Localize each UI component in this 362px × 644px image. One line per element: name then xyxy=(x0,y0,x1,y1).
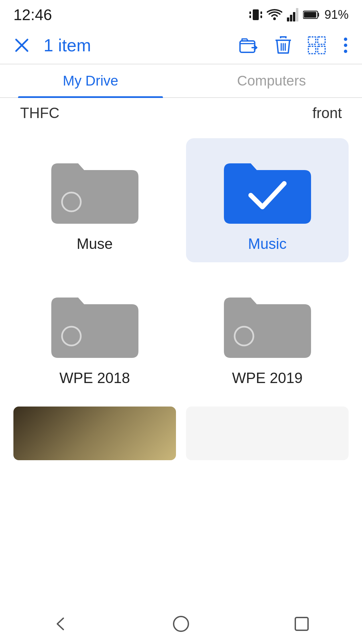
svg-rect-19 xyxy=(308,37,316,44)
svg-rect-7 xyxy=(290,15,292,21)
wifi-icon xyxy=(267,9,282,21)
svg-rect-9 xyxy=(296,8,298,21)
tab-my-drive[interactable]: My Drive xyxy=(0,64,181,97)
battery-level: 91% xyxy=(324,8,349,22)
signal-icon xyxy=(287,8,298,21)
folder-item-wpe2019[interactable]: WPE 2019 xyxy=(186,272,349,396)
folder-wpe2019-label: WPE 2019 xyxy=(232,370,302,386)
folder-muse-label: Muse xyxy=(77,235,113,252)
folder-item-music[interactable]: Music xyxy=(186,138,349,262)
tab-computers[interactable]: Computers xyxy=(181,64,362,97)
svg-point-23 xyxy=(344,38,347,41)
svg-point-25 xyxy=(344,50,347,53)
folder-muse-icon-wrap xyxy=(41,148,148,229)
folder-wpe2018-label: WPE 2018 xyxy=(59,370,130,386)
folder-grid: Muse Music WPE 2018 WPE xyxy=(0,128,362,407)
svg-rect-30 xyxy=(295,618,308,630)
svg-rect-4 xyxy=(260,15,262,18)
nav-back-button[interactable] xyxy=(40,610,80,637)
folder-wpe2019-icon xyxy=(217,284,318,361)
folder-wpe2018-icon-wrap xyxy=(41,282,148,363)
svg-rect-8 xyxy=(293,12,295,21)
move-button[interactable] xyxy=(239,37,259,54)
action-bar: 1 item xyxy=(0,27,362,64)
svg-point-24 xyxy=(344,44,347,47)
nav-bar xyxy=(0,604,362,644)
svg-point-5 xyxy=(273,17,276,20)
svg-rect-20 xyxy=(318,37,325,44)
svg-rect-11 xyxy=(304,12,316,18)
status-time: 12:46 xyxy=(13,6,52,24)
thumbnail-item-2[interactable] xyxy=(186,407,349,460)
svg-rect-6 xyxy=(287,17,289,21)
folder-wpe2019-icon-wrap xyxy=(214,282,321,363)
svg-rect-1 xyxy=(249,11,251,14)
svg-rect-0 xyxy=(253,9,259,20)
select-all-button[interactable] xyxy=(308,36,326,54)
action-icons-right xyxy=(239,36,349,54)
svg-rect-14 xyxy=(240,41,255,52)
partial-right-label: front xyxy=(181,105,342,121)
item-count-label: 1 item xyxy=(44,35,226,55)
folder-music-icon-wrap xyxy=(214,148,321,229)
folder-item-muse[interactable]: Muse xyxy=(13,138,176,262)
svg-rect-3 xyxy=(249,15,251,18)
status-icons: 91% xyxy=(249,7,349,22)
nav-recents-button[interactable] xyxy=(282,610,322,637)
more-options-button[interactable] xyxy=(343,36,349,54)
folder-wpe2018-icon xyxy=(45,284,145,361)
folder-music-icon xyxy=(217,150,318,227)
svg-point-29 xyxy=(174,616,188,631)
svg-rect-21 xyxy=(308,46,316,54)
status-bar: 12:46 91% xyxy=(0,0,362,27)
folder-muse-icon xyxy=(45,150,145,227)
partial-content-row: THFC front xyxy=(0,98,362,128)
folder-music-label: Music xyxy=(248,235,287,252)
tabs-bar: My Drive Computers xyxy=(0,64,362,98)
thumbnail-item-1[interactable] xyxy=(13,407,176,460)
battery-icon xyxy=(303,10,320,19)
bottom-thumbnails xyxy=(0,407,362,460)
delete-button[interactable] xyxy=(276,36,291,54)
folder-item-wpe2018[interactable]: WPE 2018 xyxy=(13,272,176,396)
vibrate-icon xyxy=(249,7,262,22)
close-button[interactable] xyxy=(13,37,30,54)
svg-rect-22 xyxy=(318,46,325,54)
partial-left-label: THFC xyxy=(20,105,181,121)
nav-home-button[interactable] xyxy=(161,610,201,637)
svg-rect-2 xyxy=(260,11,262,14)
